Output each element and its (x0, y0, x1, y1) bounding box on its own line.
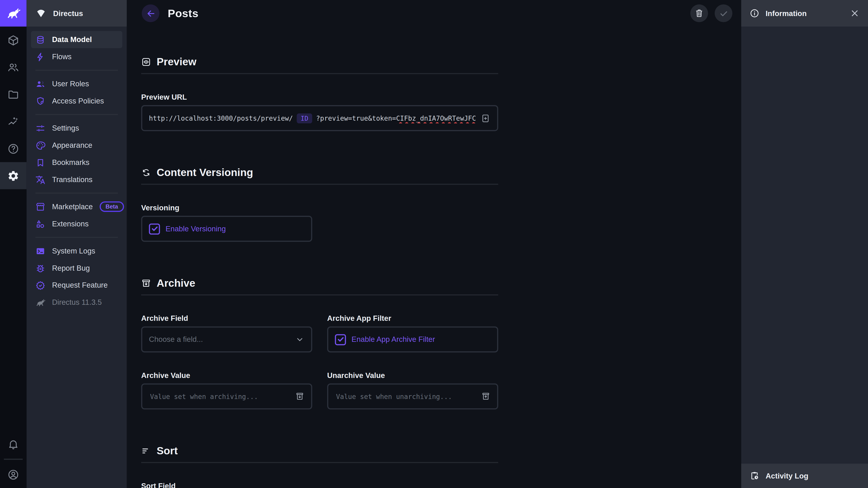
nav-divider (35, 70, 118, 71)
arrow-left-icon (145, 8, 156, 19)
checkbox-label: Enable Versioning (165, 225, 226, 233)
preview-url-input[interactable]: http://localhost:3000/posts/preview/ ID … (141, 105, 498, 131)
module-content[interactable] (0, 27, 27, 54)
gear-icon (7, 170, 20, 182)
preview-url-label: Preview URL (141, 93, 741, 101)
delete-collection-button[interactable] (690, 4, 708, 22)
shield-user-icon (35, 96, 45, 106)
versioning-sync-icon (141, 168, 151, 177)
info-icon (749, 8, 760, 18)
unarchive-value-input[interactable] (335, 392, 477, 401)
module-user-directory[interactable] (0, 54, 27, 81)
project-name: Directus (53, 9, 83, 18)
feature-seal-icon (35, 280, 45, 290)
people-icon (7, 61, 20, 73)
storefront-icon (35, 202, 45, 212)
enable-app-archive-filter-checkbox[interactable]: Enable App Archive Filter (335, 334, 435, 345)
nav-item-extensions[interactable]: Extensions (31, 215, 122, 232)
project-wedge-icon (35, 8, 46, 19)
archive-field-select[interactable]: Choose a field... (141, 326, 312, 352)
enable-versioning-checkbox[interactable]: Enable Versioning (149, 223, 226, 234)
nav-item-report-bug[interactable]: Report Bug (31, 260, 122, 277)
nav-item-appearance[interactable]: Appearance (31, 137, 122, 154)
sort-lines-icon (141, 446, 151, 456)
sidebar-title: Information (766, 9, 807, 18)
module-bar (0, 0, 27, 488)
activity-log-section[interactable]: Activity Log (741, 464, 868, 488)
add-field-icon[interactable] (476, 113, 491, 123)
module-file-library[interactable] (0, 81, 27, 108)
right-sidebar: Information Activity Log (741, 0, 868, 488)
check-icon (718, 8, 729, 19)
nav-item-label: Marketplace (52, 202, 93, 211)
nav-item-label: Settings (52, 124, 79, 132)
section-preview: Preview (141, 56, 741, 68)
nav-item-bookmarks[interactable]: Bookmarks (31, 154, 122, 171)
nav-divider (35, 237, 118, 238)
archive-app-filter-label: Archive App Filter (327, 314, 498, 323)
preview-url-value: http://localhost:3000/posts/preview/ ID … (149, 113, 476, 123)
unarchive-value-input-wrap (327, 383, 498, 410)
section-rule (141, 184, 498, 185)
url-token: CIFbz_dnIA7OwRTewJFC79aQoDl (396, 114, 476, 122)
trash-icon (694, 8, 704, 18)
id-field-chip: ID (297, 113, 312, 123)
database-icon (35, 35, 45, 44)
palette-icon (35, 140, 45, 150)
activity-log-label: Activity Log (766, 472, 808, 480)
section-title: Preview (157, 56, 196, 68)
shapes-icon (35, 219, 45, 229)
versioning-toggle-field: Enable Versioning (141, 216, 312, 242)
help-icon (7, 142, 20, 155)
nav-item-label: Data Model (52, 35, 92, 44)
directus-rabbit-small-icon (35, 297, 45, 307)
chevron-down-icon (291, 335, 305, 344)
nav-item-system-logs[interactable]: System Logs (31, 242, 122, 260)
save-button[interactable] (715, 4, 733, 22)
nav-item-request-feature[interactable]: Request Feature (31, 276, 122, 294)
bookmark-icon (35, 158, 45, 167)
section-title: Archive (157, 277, 195, 289)
nav-item-flows[interactable]: Flows (31, 48, 122, 65)
url-query-prefix: ?preview=true&token= (316, 114, 396, 122)
section-title: Content Versioning (157, 166, 253, 179)
nav-item-label: Translations (52, 175, 92, 184)
archive-box-icon (141, 278, 151, 288)
nav-item-user-roles[interactable]: User Roles (31, 75, 122, 92)
nav-item-settings[interactable]: Settings (31, 120, 122, 137)
nav-item-marketplace[interactable]: Marketplace Beta (31, 198, 122, 215)
nav-item-translations[interactable]: Translations (31, 171, 122, 188)
nav-item-label: Appearance (52, 141, 92, 149)
account-button[interactable] (0, 461, 27, 488)
section-rule (141, 73, 498, 74)
notifications-button[interactable] (0, 430, 27, 457)
section-content-versioning: Content Versioning (141, 166, 741, 179)
archive-value-input[interactable] (149, 392, 291, 401)
header-actions (690, 4, 733, 22)
user-roles-icon (35, 79, 45, 89)
archive-in-icon (291, 392, 305, 401)
module-documentation[interactable] (0, 135, 27, 162)
back-button[interactable] (142, 4, 159, 22)
sidebar-information-header[interactable]: Information (741, 0, 868, 27)
insights-icon (7, 116, 20, 128)
module-insights[interactable] (0, 108, 27, 135)
module-settings[interactable] (0, 162, 27, 189)
directus-logo[interactable] (0, 0, 27, 27)
versioning-label: Versioning (141, 203, 741, 212)
close-icon[interactable] (850, 8, 860, 18)
collection-setup-form: Preview Preview URL http://localhost:300… (127, 27, 741, 488)
nav-item-data-model[interactable]: Data Model (31, 31, 122, 48)
main-panel: Posts (127, 0, 741, 488)
section-rule (141, 462, 498, 463)
unarchive-out-icon (477, 392, 491, 401)
nav-item-label: System Logs (52, 247, 95, 255)
archive-app-filter-field: Enable App Archive Filter (327, 326, 498, 352)
project-header[interactable]: Directus (27, 0, 127, 27)
nav-item-access-policies[interactable]: Access Policies (31, 92, 122, 109)
sort-field-label: Sort Field (141, 482, 741, 488)
bug-icon (35, 263, 45, 273)
module-bar-divider (4, 459, 23, 460)
nav-item-label: Bookmarks (52, 158, 89, 166)
terminal-icon (35, 246, 45, 256)
